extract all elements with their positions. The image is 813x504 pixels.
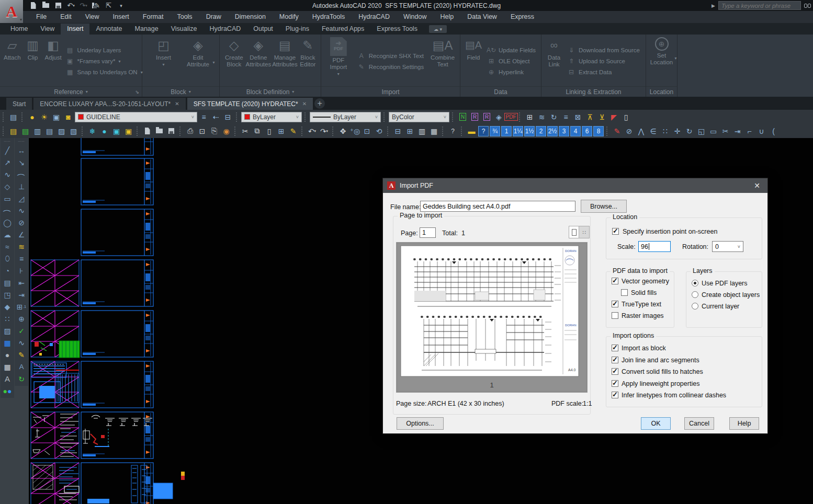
save-icon[interactable] (54, 2, 62, 9)
layer-tool-4-icon[interactable]: ▤ (44, 125, 55, 136)
dialog-titlebar[interactable]: A Import PDF ✕ (383, 178, 767, 193)
toolbar-grip[interactable] (387, 127, 390, 136)
scale-6-button[interactable]: 6 (582, 126, 592, 136)
menu-tools[interactable]: Tools (170, 11, 199, 23)
plotstyle-dropdown[interactable]: ByColor˅ (389, 112, 449, 122)
publish-icon[interactable]: ⎘ (209, 125, 220, 136)
use-pdf-layers-radio[interactable] (692, 280, 698, 287)
scale-input[interactable]: 96 (638, 241, 671, 252)
match-properties-icon[interactable]: ✎ (612, 125, 623, 136)
point-style-tool-icon[interactable]: ●● (1, 385, 14, 397)
properties-icon[interactable]: ⊟ (392, 125, 403, 136)
layer-lock-icon[interactable]: ◙ (63, 111, 74, 122)
menu-hydratools[interactable]: HydraTools (306, 11, 352, 23)
menu-express[interactable]: Express (504, 11, 541, 23)
toolbar-grip[interactable] (301, 127, 304, 136)
scale-3-button[interactable]: 3 (559, 126, 569, 136)
snap-underlays-button[interactable]: ▦Snap to Underlays ON▾ (66, 68, 143, 76)
file-name-input[interactable] (420, 201, 575, 212)
layer-merge-icon[interactable]: ⊼ (584, 111, 595, 122)
options-button[interactable]: Options... (397, 417, 444, 430)
join-segments-checkbox[interactable] (612, 357, 618, 363)
combine-text-button[interactable]: ▤ACombine Text (429, 37, 456, 85)
ole-object-button[interactable]: ⊞OLE Object (487, 58, 536, 65)
arc-tool-icon[interactable]: ( (1, 204, 14, 216)
layer-prev-icon[interactable]: ⇠ (210, 111, 221, 122)
offset-icon[interactable]: ∈ (648, 125, 659, 136)
customize-caret-icon[interactable]: ▾ (117, 2, 125, 9)
new-drawing-tab-button[interactable]: + (314, 98, 325, 109)
scale-icon[interactable]: ◱ (696, 125, 707, 136)
layer-tool-6-icon[interactable]: ▧ (68, 125, 79, 136)
toolbar-grip[interactable] (21, 112, 24, 122)
convert-fills-checkbox[interactable] (612, 368, 618, 375)
data-link-button[interactable]: ∞Data Link (545, 37, 563, 85)
create-block-button[interactable]: ◇Create Block (223, 37, 245, 85)
ok-button[interactable]: OK (641, 417, 671, 430)
rotation-dropdown[interactable]: 0˅ (712, 241, 743, 252)
toolbar-grip[interactable] (137, 127, 139, 136)
dim-inspect-icon[interactable]: ✓ (15, 325, 28, 337)
scale-4-button[interactable]: 4 (570, 126, 581, 136)
color-dropdown[interactable]: ByLayer˅ (241, 112, 302, 122)
update-fields-button[interactable]: A↻Update Fields (487, 47, 536, 54)
dim-baseline-icon[interactable]: ≡ (15, 253, 28, 265)
dim-aligned-icon[interactable]: ↘ (15, 156, 28, 168)
save-layer-state-icon[interactable]: ⊞ (524, 111, 535, 122)
tab-visualize[interactable]: Visualize (165, 24, 204, 35)
menu-modify[interactable]: Modify (273, 11, 306, 23)
panel-label-block[interactable]: Block▾ (142, 86, 219, 97)
spline-tool-icon[interactable]: ≈ (1, 240, 14, 253)
layer-properties-icon[interactable]: ▤ (8, 111, 19, 122)
lineweight-checkbox[interactable] (612, 380, 618, 387)
point-tool-icon[interactable]: ∷ (1, 313, 14, 325)
panel-label-block-definition[interactable]: Block Definition▾ (220, 86, 321, 97)
menu-hydracad[interactable]: HydraCAD (352, 11, 397, 23)
dim-update-icon[interactable]: ↻ (15, 373, 28, 385)
pan-icon[interactable]: ✥ (337, 125, 348, 136)
panel-label-data[interactable]: Data (460, 86, 541, 97)
save2-icon[interactable] (166, 125, 177, 136)
dim-ordinate-icon[interactable]: ⊥ (15, 180, 28, 192)
tab-plugins[interactable]: Plug-ins (279, 24, 315, 35)
break-icon[interactable]: ⌐ (744, 125, 755, 136)
menu-dataview[interactable]: Data View (460, 11, 504, 23)
current-layer-radio[interactable] (692, 303, 698, 310)
rotate-icon[interactable]: ↻ (684, 125, 695, 136)
single-page-view-button[interactable] (569, 226, 579, 238)
new-layer-icon[interactable]: N (457, 111, 468, 122)
manage-attributes-button[interactable]: ▤Manage Attributes (272, 37, 298, 85)
polyline-tool-icon[interactable]: ∿ (1, 168, 14, 180)
redo-icon[interactable]: ↷▾ (80, 2, 87, 9)
panel-label-import[interactable]: Import (321, 86, 460, 97)
pdf-preview[interactable]: DORAN DORAN A4.0 1 (396, 242, 588, 393)
dim-break-icon[interactable]: ⇥ (15, 289, 28, 301)
scale-2-button[interactable]: 2 (536, 126, 546, 136)
cut-icon[interactable]: ✂ (240, 125, 251, 136)
search-expand-icon[interactable]: ▶ (712, 3, 715, 8)
freeze-icon[interactable]: ❄ (87, 125, 98, 136)
palette-grip[interactable]: ┄┄ (15, 139, 28, 144)
pdf-export-icon[interactable]: PDF (505, 111, 516, 122)
download-source-button[interactable]: ⇓Download from Source (567, 47, 640, 54)
dim-angular-icon[interactable]: ∠ (15, 228, 28, 240)
match-prop2-icon[interactable]: ✎ (288, 125, 299, 136)
toolbar-grip[interactable] (452, 112, 455, 122)
solid-fills-checkbox[interactable] (621, 289, 628, 296)
gradient-tool-icon[interactable]: ▦ (1, 337, 14, 349)
toolbar-grip[interactable] (3, 112, 5, 122)
panel-label-reference[interactable]: Reference▾⇘ (0, 86, 142, 97)
hatch-tool-icon[interactable]: ▨ (1, 325, 14, 337)
upload-source-button[interactable]: ⇑Upload to Source (567, 58, 640, 65)
toolbar-grip[interactable] (519, 112, 522, 122)
join-icon[interactable]: ∪ (756, 125, 767, 136)
import-as-block-checkbox[interactable] (612, 345, 618, 351)
layer-match-icon[interactable]: ⊟ (222, 111, 233, 122)
scale-1-button[interactable]: 1 (501, 126, 512, 136)
tab-featured-apps[interactable]: Featured Apps (315, 24, 370, 35)
help-button[interactable]: Help (729, 417, 759, 430)
copy-base-icon[interactable]: ⊞ (276, 125, 287, 136)
menu-insert[interactable]: Insert (106, 11, 136, 23)
layer-tool-1-icon[interactable]: ▤ (8, 125, 19, 136)
rename-layer-icon[interactable]: R (469, 111, 480, 122)
